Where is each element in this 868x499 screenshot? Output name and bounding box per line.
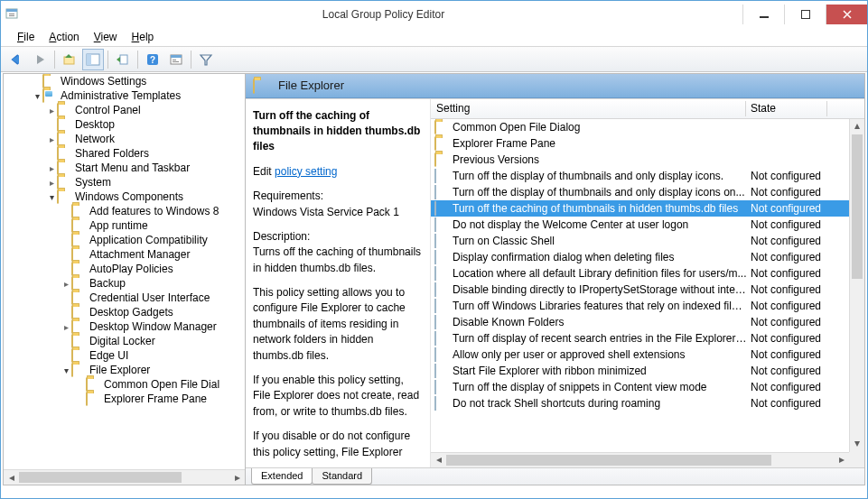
tree-item[interactable]: Shared Folders bbox=[4, 146, 245, 161]
menu-help[interactable]: Help bbox=[125, 29, 162, 45]
tree-item[interactable]: Application Compatibility bbox=[4, 233, 245, 247]
tree-item[interactable]: ▸Start Menu and Taskbar bbox=[4, 161, 245, 175]
menu-action[interactable]: Action bbox=[42, 29, 86, 45]
tree-item[interactable]: Attachment Manager bbox=[4, 247, 245, 262]
tree-item[interactable]: ▸Network bbox=[4, 132, 245, 146]
folder-icon bbox=[71, 234, 86, 246]
settings-list[interactable]: Setting State Common Open File DialogExp… bbox=[430, 99, 864, 467]
setting-name: Do not display the Welcome Center at use… bbox=[453, 218, 747, 231]
tree-item[interactable]: Explorer Frame Pane bbox=[4, 392, 245, 406]
tree-item[interactable]: Windows Settings bbox=[4, 74, 245, 88]
svg-marker-20 bbox=[201, 55, 211, 65]
edit-policy-link[interactable]: policy setting bbox=[275, 165, 337, 178]
settings-policy-row[interactable]: Do not track Shell shortcuts during roam… bbox=[431, 395, 849, 411]
settings-horizontal-scrollbar[interactable]: ◂▸ bbox=[431, 452, 864, 467]
tree-item-label: Desktop bbox=[75, 118, 115, 131]
tab-standard[interactable]: Standard bbox=[312, 468, 372, 485]
settings-policy-row[interactable]: Turn off the display of thumbnails and o… bbox=[431, 184, 849, 200]
tree-item[interactable]: AutoPlay Policies bbox=[4, 262, 245, 276]
tree-disclosure-icon[interactable]: ▸ bbox=[61, 322, 71, 332]
column-setting[interactable]: Setting bbox=[431, 102, 747, 115]
tree-item[interactable]: ▸Backup bbox=[4, 276, 245, 291]
menu-view[interactable]: View bbox=[87, 29, 125, 45]
show-hide-tree-button[interactable] bbox=[82, 49, 104, 70]
setting-name: Location where all default Library defin… bbox=[453, 267, 747, 280]
tree-item-label: Shared Folders bbox=[75, 147, 149, 160]
settings-vertical-scrollbar[interactable]: ▴▾ bbox=[849, 119, 864, 452]
settings-policy-row[interactable]: Disable binding directly to IPropertySet… bbox=[431, 282, 849, 298]
tree-item[interactable]: Credential User Interface bbox=[4, 291, 245, 305]
column-state[interactable]: State bbox=[751, 102, 827, 115]
settings-policy-row[interactable]: Turn on Classic ShellNot configured bbox=[431, 233, 849, 249]
tree-item[interactable]: ▾Administrative Templates bbox=[4, 88, 245, 103]
tab-extended[interactable]: Extended bbox=[251, 468, 313, 485]
tree-item-label: System bbox=[75, 176, 111, 189]
tree-horizontal-scrollbar[interactable]: ◂▸ bbox=[4, 469, 245, 485]
svg-rect-18 bbox=[173, 60, 176, 60]
settings-policy-row[interactable]: Do not display the Welcome Center at use… bbox=[431, 217, 849, 233]
tree-item[interactable]: Edge UI bbox=[4, 348, 245, 363]
tree-item[interactable]: Digital Locker bbox=[4, 334, 245, 348]
column-headers[interactable]: Setting State bbox=[431, 99, 864, 119]
tree-disclosure-icon[interactable]: ▾ bbox=[47, 192, 57, 202]
svg-rect-19 bbox=[173, 61, 179, 62]
policy-icon bbox=[434, 316, 449, 328]
settings-folder-row[interactable]: Common Open File Dialog bbox=[431, 119, 849, 135]
settings-policy-row[interactable]: Disable Known FoldersNot configured bbox=[431, 314, 849, 330]
up-button[interactable] bbox=[59, 49, 80, 70]
svg-rect-11 bbox=[87, 54, 91, 65]
properties-button[interactable] bbox=[165, 49, 187, 70]
tree-item-label: Common Open File Dial bbox=[104, 378, 219, 391]
navigation-tree[interactable]: Windows Settings▾Administrative Template… bbox=[4, 74, 246, 485]
settings-policy-row[interactable]: Turn off the caching of thumbnails in hi… bbox=[431, 200, 849, 217]
tree-item[interactable]: ▾Windows Components bbox=[4, 189, 245, 204]
menu-file[interactable]: File bbox=[10, 29, 42, 45]
tree-item[interactable]: Desktop Gadgets bbox=[4, 305, 245, 319]
settings-policy-row[interactable]: Turn off display of recent search entrie… bbox=[431, 330, 849, 347]
setting-name: Previous Versions bbox=[453, 153, 747, 166]
tree-item[interactable]: ▸Desktop Window Manager bbox=[4, 319, 245, 334]
settings-policy-row[interactable]: Allow only per user or approved shell ex… bbox=[431, 347, 849, 363]
tree-disclosure-icon[interactable]: ▾ bbox=[61, 365, 71, 375]
settings-folder-row[interactable]: Previous Versions bbox=[431, 152, 849, 168]
tree-item[interactable]: Common Open File Dial bbox=[4, 377, 245, 392]
help-button[interactable]: ? bbox=[142, 49, 163, 70]
tree-disclosure-icon[interactable]: ▸ bbox=[61, 279, 71, 289]
forward-button[interactable] bbox=[29, 49, 51, 70]
svg-rect-17 bbox=[171, 55, 182, 58]
minimize-button[interactable] bbox=[742, 5, 784, 24]
tree-item-label: Windows Components bbox=[75, 190, 183, 203]
settings-folder-row[interactable]: Explorer Frame Pane bbox=[431, 135, 849, 152]
tree-disclosure-icon[interactable]: ▸ bbox=[47, 106, 57, 116]
setting-state: Not configured bbox=[747, 267, 830, 280]
close-button[interactable] bbox=[826, 5, 867, 24]
settings-policy-row[interactable]: Location where all default Library defin… bbox=[431, 265, 849, 282]
settings-policy-row[interactable]: Turn off the display of snippets in Cont… bbox=[431, 379, 849, 395]
svg-rect-1 bbox=[6, 9, 17, 12]
tree-item[interactable]: App runtime bbox=[4, 218, 245, 233]
settings-policy-row[interactable]: Start File Explorer with ribbon minimize… bbox=[431, 363, 849, 379]
setting-state: Not configured bbox=[747, 218, 830, 231]
tree-item[interactable]: Add features to Windows 8 bbox=[4, 204, 245, 218]
export-button[interactable] bbox=[112, 49, 134, 70]
setting-name: Do not track Shell shortcuts during roam… bbox=[453, 397, 747, 410]
tree-disclosure-icon[interactable]: ▸ bbox=[47, 163, 57, 173]
folder-icon bbox=[42, 75, 57, 88]
tree-disclosure-icon[interactable]: ▸ bbox=[47, 134, 57, 144]
tree-item-label: AutoPlay Policies bbox=[89, 263, 173, 275]
maximize-button[interactable] bbox=[784, 5, 826, 24]
tree-disclosure-icon[interactable]: ▸ bbox=[47, 178, 57, 188]
tree-disclosure-icon[interactable]: ▾ bbox=[33, 91, 42, 101]
settings-policy-row[interactable]: Display confirmation dialog when deletin… bbox=[431, 249, 849, 265]
setting-state: Not configured bbox=[747, 170, 830, 182]
settings-policy-row[interactable]: Turn off the display of thumbnails and o… bbox=[431, 168, 849, 184]
tree-item[interactable]: ▸System bbox=[4, 175, 245, 189]
folder-icon bbox=[71, 349, 86, 362]
tree-item[interactable]: Desktop bbox=[4, 117, 245, 132]
tree-item[interactable]: ▸Control Panel bbox=[4, 103, 245, 117]
policy-icon bbox=[434, 235, 449, 247]
back-button[interactable] bbox=[5, 49, 27, 70]
filter-button[interactable] bbox=[195, 49, 217, 70]
settings-policy-row[interactable]: Turn off Windows Libraries features that… bbox=[431, 298, 849, 314]
tree-item[interactable]: ▾File Explorer bbox=[4, 363, 245, 377]
